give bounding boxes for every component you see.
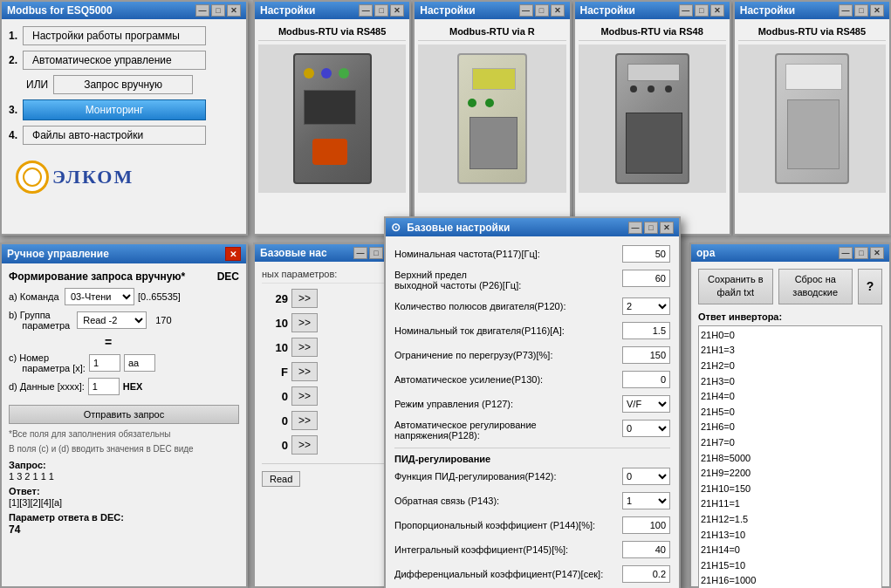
baz-row-3: Количество полюсов двигателя(P120): 2 (394, 297, 670, 315)
close-button[interactable]: ✕ (227, 4, 241, 17)
row-d-label: d) Данные [xxxx]: (9, 381, 85, 392)
settings-close-4[interactable]: ✕ (870, 4, 884, 17)
baz-input-6[interactable] (622, 371, 670, 388)
params-min[interactable]: — (353, 247, 367, 259)
params-max[interactable]: □ (369, 247, 383, 259)
pid-input-5[interactable] (622, 565, 670, 583)
invertor-close[interactable]: ✕ (870, 247, 884, 259)
list-item: 21H12=1.5 (701, 512, 880, 528)
settings-title-1: Настройки (260, 4, 315, 17)
settings-max-3[interactable]: □ (695, 4, 709, 17)
settings-min-4[interactable]: — (839, 4, 853, 17)
settings-window-2: Настройки — □ ✕ Modbus-RTU via R (413, 0, 571, 236)
settings-button[interactable]: Настройки работы программы (23, 26, 206, 45)
device-image-1 (258, 44, 406, 193)
param-arrow-3[interactable]: >> (291, 338, 318, 357)
menu-num-1: 1. (9, 30, 17, 42)
param-dec-val: 74 (9, 523, 239, 536)
help-button[interactable]: ? (858, 269, 882, 304)
manual-request-button[interactable]: Запрос вручную (53, 75, 193, 94)
settings-body-4: Modbus-RTU via RS485 (735, 19, 889, 196)
menu-item-2: 2. Автоматическое управление (9, 51, 239, 70)
settings-max-2[interactable]: □ (535, 4, 549, 17)
baz-select-7[interactable]: V/F (622, 395, 670, 413)
baz-label-8: Автоматическое регулированиенапряжения(P… (394, 420, 617, 441)
param-num-input[interactable] (89, 354, 120, 372)
bazovye-min[interactable]: — (628, 222, 642, 234)
list-item: 21H4=0 (701, 389, 880, 405)
invertor-min[interactable]: — (839, 247, 853, 259)
settings-titlebar-2: Настройки — □ ✕ (415, 2, 569, 19)
note-text-1: *Все поля для заполнения обязательны (9, 429, 239, 439)
dec-label: DEC (217, 270, 239, 283)
pid-title: ПИД-регулирование (394, 454, 670, 464)
param-hex-input[interactable] (124, 354, 155, 372)
param-arrow-1[interactable]: >> (291, 289, 318, 308)
param-arrow-2[interactable]: >> (291, 313, 318, 332)
settings-subtitle-4: Modbus-RTU via RS485 (738, 23, 886, 41)
baz-input-5[interactable] (622, 346, 670, 364)
minimize-button[interactable]: — (195, 4, 209, 17)
group-select[interactable]: Read -2 (77, 311, 147, 329)
invertor-max[interactable]: □ (854, 247, 868, 259)
manual-section-title: Формирование запроса вручную* DEC (9, 270, 239, 283)
device-image-3 (579, 44, 726, 193)
pid-row-1: Функция ПИД-регулирования(P142): 0 (394, 468, 670, 485)
save-file-button[interactable]: Сохранить вфайл txt (698, 269, 773, 304)
inv-list[interactable]: 21H0=0 21H1=3 21H2=0 21H3=0 21H4=0 21H5=… (698, 325, 882, 588)
list-item: 21H3=0 (701, 374, 880, 390)
pid-input-3[interactable] (622, 516, 670, 534)
command-select[interactable]: 03-Чтени (65, 288, 134, 305)
baz-input-4[interactable] (622, 322, 670, 339)
baz-row-7: Режим управления (P127): V/F (394, 395, 670, 413)
list-item: 21H9=2200 (701, 466, 880, 482)
settings-min-3[interactable]: — (679, 4, 693, 17)
param-arrow-4[interactable]: >> (291, 362, 318, 381)
menu-num-3: 3. (9, 104, 17, 116)
param-row-5: 0 >> (262, 386, 397, 406)
param-arrow-6[interactable]: >> (291, 411, 318, 430)
param-arrow-5[interactable]: >> (291, 386, 318, 406)
files-button[interactable]: Файлы авто-настройки (23, 126, 206, 145)
send-request-button[interactable]: Отправить запрос (9, 405, 239, 424)
data-input[interactable] (88, 378, 120, 395)
settings-subtitle-2: Modbus-RTU via R (418, 23, 565, 41)
list-item: 21H2=0 (701, 359, 880, 374)
settings-min-2[interactable]: — (519, 4, 533, 17)
settings-min-1[interactable]: — (359, 4, 373, 17)
settings-titlebar-3: Настройки — □ ✕ (575, 2, 730, 19)
reset-factory-button[interactable]: Сброс назаводские (778, 269, 853, 304)
pid-select-1[interactable]: 0 (622, 468, 670, 485)
manual-close-button[interactable]: ✕ (225, 247, 241, 261)
bazovye-max[interactable]: □ (644, 222, 658, 234)
settings-max-1[interactable]: □ (374, 4, 388, 17)
settings-close-2[interactable]: ✕ (551, 4, 565, 17)
vfd-device-3 (615, 53, 689, 184)
settings-max-4[interactable]: □ (854, 4, 868, 17)
baz-select-3[interactable]: 2 (622, 297, 670, 315)
form-row-a: a) Команда 03-Чтени [0..65535] (9, 288, 239, 305)
auto-control-button[interactable]: Автоматическое управление (23, 51, 206, 70)
note-text-2: В поля (c) и (d) вводить значения в DEC … (9, 444, 239, 454)
pid-row-3: Пропорциональный коэффициент (P144)[%]: (394, 516, 670, 534)
pid-input-4[interactable] (622, 541, 670, 558)
settings-window-1: Настройки — □ ✕ Modbus-RTU via RS485 (253, 0, 411, 236)
param-arrow-7[interactable]: >> (291, 435, 318, 455)
settings-close-3[interactable]: ✕ (710, 4, 724, 17)
bazovye-body: Номинальная частота(P117)[Гц]: Верхний п… (386, 236, 679, 588)
params-window: Базовые нас — □ ✕ ных параметров: 29 >> … (253, 243, 406, 588)
maximize-button[interactable]: □ (211, 4, 225, 17)
bazovye-close[interactable]: ✕ (660, 222, 674, 234)
settings-close-1[interactable]: ✕ (390, 4, 404, 17)
inv-buttons: Сохранить вфайл txt Сброс назаводские ? (698, 269, 882, 304)
form-row-b: b) Группа параметра Read -2 170 (9, 310, 239, 331)
zapros-label: Запрос: (9, 460, 46, 470)
baz-input-1[interactable] (622, 245, 670, 263)
baz-select-8[interactable]: 0 (622, 420, 670, 437)
bazovye-title: ⊙ Базовые настройки (391, 221, 510, 234)
baz-input-2[interactable] (622, 270, 670, 287)
read-button[interactable]: Read (262, 471, 300, 487)
pid-select-2[interactable]: 1 (622, 492, 670, 509)
monitoring-button[interactable]: Мониторинг (23, 99, 206, 120)
manual-title: Ручное управление (7, 248, 109, 260)
